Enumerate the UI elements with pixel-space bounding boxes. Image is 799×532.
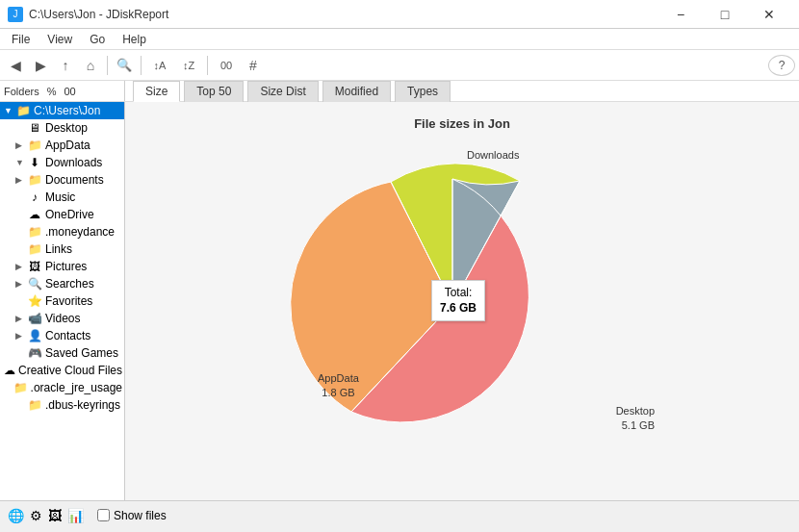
help-button[interactable]: ? — [768, 55, 795, 76]
forward-button[interactable]: ▶ — [29, 54, 52, 77]
sort-name-button[interactable]: ↕A — [146, 54, 173, 77]
toolbar: ◀ ▶ ↑ ⌂ 🔍 ↕A ↕Z 00 # ? — [0, 50, 799, 81]
toolbar-sep-1 — [107, 56, 108, 75]
folders-label: Folders — [4, 86, 39, 97]
item-label: Saved Games — [45, 346, 118, 360]
pie-wrapper: Downloads AppData 1.8 GB Desktop 5.1 GB … — [260, 140, 664, 487]
show-files-checkbox[interactable] — [97, 509, 110, 521]
folder-icon: 📁 — [27, 139, 42, 151]
tree-item-searches[interactable]: ▶ 🔍 Searches — [0, 275, 124, 292]
tree-item-onedrive[interactable]: ☁ OneDrive — [0, 206, 124, 223]
folder-icon: 👤 — [27, 330, 42, 342]
folders-col-header: Folders % 00 — [0, 81, 125, 101]
tree-item-favorites[interactable]: ⭐ Favorites — [0, 292, 124, 310]
content-area: File sizes in Jon — [125, 102, 799, 500]
folder-icon: 📁 — [27, 174, 42, 186]
tree-item-moneydance[interactable]: 📁 .moneydance — [0, 223, 124, 241]
tree-item-contacts[interactable]: ▶ 👤 Contacts — [0, 327, 124, 344]
item-label: Videos — [45, 312, 80, 325]
app-icon: J — [8, 7, 23, 22]
folder-icon: 📹 — [27, 313, 42, 324]
tree-item-desktop[interactable]: 🖥 Desktop — [0, 119, 124, 137]
tree-item-saved_games[interactable]: 🎮 Saved Games — [0, 344, 124, 362]
item-label: Pictures — [45, 260, 87, 273]
tree-item-appdata[interactable]: ▶ 📁 AppData — [0, 137, 124, 154]
item-label: Creative Cloud Files — [18, 364, 122, 377]
folder-tree: ▼ 📁 C:\Users\Jon 🖥 Desktop ▶ 📁 AppData ▼… — [0, 102, 125, 500]
status-icon-2: ⚙ — [30, 508, 42, 523]
item-label: Downloads — [45, 156, 102, 169]
maximize-button[interactable]: □ — [703, 0, 747, 29]
tree-item-pictures[interactable]: ▶ 🖼 Pictures — [0, 258, 124, 275]
back-button[interactable]: ◀ — [4, 54, 27, 77]
main-layout: ▼ 📁 C:\Users\Jon 🖥 Desktop ▶ 📁 AppData ▼… — [0, 102, 799, 500]
up-button[interactable]: ↑ — [54, 54, 77, 77]
tab-top50[interactable]: Top 50 — [184, 81, 244, 102]
tab-size[interactable]: Size — [133, 81, 180, 102]
sort-size-button[interactable]: ↕Z — [175, 54, 202, 77]
folder-icon: 📁 — [15, 105, 31, 116]
item-label: Desktop — [45, 121, 88, 135]
percent-label: % — [47, 86, 57, 97]
close-button[interactable]: ✕ — [747, 0, 791, 29]
view-size-button[interactable]: 00 — [213, 54, 240, 77]
item-label: Contacts — [45, 329, 90, 342]
expand-icon: ▼ — [4, 106, 15, 115]
tree-item-documents[interactable]: ▶ 📁 Documents — [0, 171, 124, 189]
item-label: Links — [45, 242, 72, 256]
expand-icon: ▶ — [15, 279, 27, 289]
menu-file[interactable]: File — [4, 31, 38, 48]
folder-icon: 🖼 — [27, 261, 42, 272]
tree-item-jon[interactable]: ▼ 📁 C:\Users\Jon — [0, 102, 124, 119]
item-label: Favorites — [45, 294, 92, 308]
expand-icon: ▶ — [15, 262, 27, 271]
item-label: .dbus-keyrings — [45, 398, 120, 412]
item-label: Documents — [45, 173, 104, 187]
folder-icon: 📁 — [27, 226, 42, 238]
tab-sizedist[interactable]: Size Dist — [247, 81, 318, 102]
status-icon-4: 📊 — [67, 508, 84, 523]
item-label: .oracle_jre_usage — [31, 381, 122, 394]
view-hash-button[interactable]: # — [242, 54, 265, 77]
item-label: .moneydance — [45, 225, 115, 239]
column-headers: Folders % 00 Size Top 50 Size Dist Modif… — [0, 81, 799, 102]
expand-icon: ▶ — [15, 314, 27, 323]
folder-icon: ☁ — [27, 209, 42, 220]
tab-modified[interactable]: Modified — [322, 81, 391, 102]
folder-icon: 📁 — [27, 399, 42, 411]
status-icon-3: 🖼 — [48, 508, 62, 523]
minimize-button[interactable]: − — [658, 0, 703, 29]
tree-item-oracle[interactable]: 📁 .oracle_jre_usage — [0, 379, 124, 396]
expand-icon: ▶ — [15, 331, 27, 341]
folder-icon: 🖥 — [27, 122, 42, 134]
menu-help[interactable]: Help — [115, 31, 154, 48]
tree-item-creative_cloud[interactable]: ☁ Creative Cloud Files — [0, 362, 124, 379]
toolbar-sep-2 — [141, 56, 142, 75]
folder-icon: 🎮 — [27, 347, 42, 359]
show-files-label: Show files — [97, 509, 167, 522]
menu-bar: File View Go Help — [0, 29, 799, 50]
menu-go[interactable]: Go — [82, 31, 113, 48]
tree-item-links[interactable]: 📁 Links — [0, 241, 124, 258]
tree-item-dbus[interactable]: 📁 .dbus-keyrings — [0, 396, 124, 414]
window-title: C:\Users\Jon - JDiskReport — [29, 8, 168, 21]
toolbar-sep-3 — [207, 56, 208, 75]
folder-icon: 📁 — [27, 243, 42, 255]
pie-chart-svg — [260, 140, 664, 468]
folder-icon: 📁 — [13, 382, 28, 393]
item-label: OneDrive — [45, 208, 94, 221]
scan-button[interactable]: 🔍 — [113, 54, 136, 77]
tab-bar: Size Top 50 Size Dist Modified Types — [125, 81, 799, 101]
chart-container: File sizes in Jon — [125, 102, 799, 500]
tree-item-videos[interactable]: ▶ 📹 Videos — [0, 310, 124, 327]
item-label: C:\Users\Jon — [34, 104, 100, 117]
tree-item-music[interactable]: ♪ Music — [0, 189, 124, 206]
folder-icon: ⬇ — [27, 157, 42, 168]
home-button[interactable]: ⌂ — [79, 54, 102, 77]
window-controls: − □ ✕ — [658, 0, 791, 29]
tree-item-downloads[interactable]: ▼ ⬇ Downloads — [0, 154, 124, 171]
item-label: Searches — [45, 277, 94, 291]
chart-title: File sizes in Jon — [414, 116, 510, 131]
menu-view[interactable]: View — [39, 31, 80, 48]
tab-types[interactable]: Types — [395, 81, 451, 102]
